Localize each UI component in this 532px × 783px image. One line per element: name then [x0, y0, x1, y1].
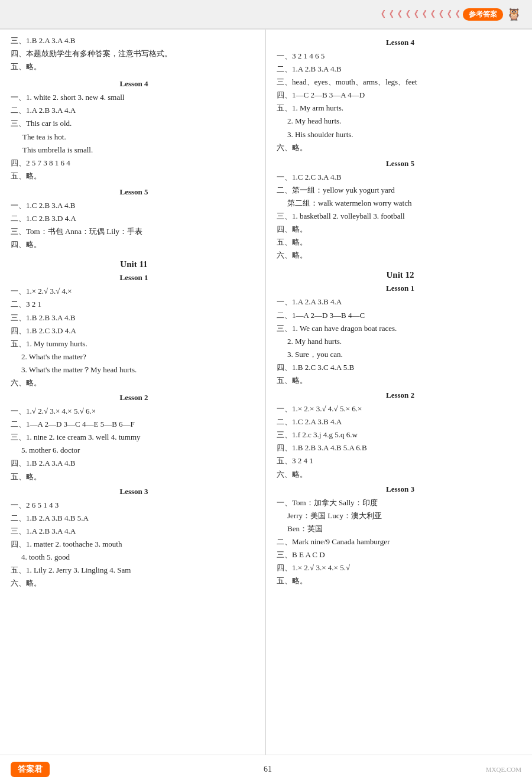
right-lesson4-line3: 四、1—C 2—B 3—A 4—D — [277, 89, 524, 102]
left-u11-l3-line4: 4. tooth 5. good — [21, 551, 257, 564]
left-lesson4-line5: 四、2 5 7 3 8 1 6 4 — [11, 157, 257, 170]
right-u12-l3-line0: 一、Tom：加拿大 Sally：印度 — [277, 496, 524, 509]
right-u12-lesson2: Lesson 2 一、1.× 2.× 3.√ 4.√ 5.× 6.× 二、1.C… — [277, 391, 524, 481]
right-u12-l3-line1: Jerry：美国 Lucy：澳大利亚 — [287, 509, 524, 522]
left-u11-l3-line0: 一、2 6 5 1 4 3 — [11, 499, 257, 512]
right-lesson4-line2: 三、head、eyes、mouth、arms、legs、feet — [277, 76, 524, 89]
right-u12-lesson1-title: Lesson 1 — [277, 284, 524, 293]
unit12-title: Unit 12 — [277, 270, 524, 280]
unit11-title: Unit 11 — [11, 259, 257, 269]
right-u12-lesson3: Lesson 3 一、Tom：加拿大 Sally：印度 Jerry：美国 Luc… — [277, 485, 524, 588]
right-lesson4-line1: 二、1.A 2.B 3.A 4.B — [277, 63, 524, 76]
right-u12-l3-line3: 二、Mark nine/9 Canada hamburger — [277, 535, 524, 548]
left-u11-lesson2: Lesson 2 一、1.√ 2.√ 3.× 4.× 5.√ 6.× 二、1—A… — [11, 393, 257, 483]
left-lesson5-line2: 三、Tom：书包 Anna：玩偶 Lily：手表 — [11, 225, 257, 238]
left-u11-l1-line7: 六、略。 — [11, 376, 257, 389]
left-u11-lesson1: Lesson 1 一、1.× 2.√ 3.√ 4.× 二、3 2 1 三、1.B… — [11, 273, 257, 389]
left-lesson4: Lesson 4 一、1. white 2. short 3. new 4. s… — [11, 79, 257, 183]
right-u12-l1-line4: 3. Sure，you can. — [287, 348, 524, 361]
right-lesson5-line1: 二、第一组：yellow yuk yogurt yard — [277, 184, 524, 197]
left-lesson4-line0: 一、1. white 2. short 3. new 4. small — [11, 91, 257, 104]
right-lesson5-title: Lesson 5 — [277, 159, 524, 168]
footer-logo: 答案君 — [11, 762, 50, 777]
right-lesson5: Lesson 5 一、1.C 2.C 3.A 4.B 二、第一组：yellow … — [277, 159, 524, 262]
right-lesson4-line6: 3. His shoulder hurts. — [287, 128, 524, 141]
left-u11-l3-line2: 三、1.A 2.B 3.A 4.A — [11, 525, 257, 538]
left-lesson5-line3: 四、略。 — [11, 238, 257, 251]
right-lesson5-line0: 一、1.C 2.C 3.A 4.B — [277, 171, 524, 184]
left-u11-l3-line1: 二、1.B 2.A 3.B 4.B 5.A — [11, 512, 257, 525]
right-u12-l1-line6: 五、略。 — [277, 374, 524, 387]
footer-watermark: MXQE.COM — [486, 766, 521, 773]
left-u11-l1-line3: 四、1.B 2.C 3.D 4.A — [11, 324, 257, 337]
right-lesson4-line4: 五、1. My arm hurts. — [277, 102, 524, 115]
top-left-lines: 三、1.B 2.A 3.A 4.B 四、本题鼓励学生有多种答案，注意书写格式。 … — [11, 34, 257, 73]
left-lesson5-line0: 一、1.C 2.B 3.A 4.B — [11, 199, 257, 212]
left-u11-lesson2-title: Lesson 2 — [11, 393, 257, 402]
right-lesson5-line3: 三、1. basketball 2. volleyball 3. footbal… — [277, 210, 524, 223]
left-u11-l2-line1: 二、1—A 2—D 3—C 4—E 5—B 6—F — [11, 418, 257, 431]
right-u12-l2-line4: 五、3 2 4 1 — [277, 454, 524, 467]
right-u12-l2-line5: 六、略。 — [277, 468, 524, 481]
left-u11-l3-line5: 五、1. Lily 2. Jerry 3. Lingling 4. Sam — [11, 564, 257, 577]
left-lesson4-line3: The tea is hot. — [22, 131, 257, 144]
top-line-1: 三、1.B 2.A 3.A 4.B — [11, 34, 257, 47]
right-u12-l1-line5: 四、1.B 2.C 3.C 4.A 5.B — [277, 361, 524, 374]
left-lesson4-line1: 二、1.A 2.B 3.A 4.A — [11, 104, 257, 117]
right-u12-l3-line6: 五、略。 — [277, 574, 524, 587]
right-u12-l1-line0: 一、1.A 2.A 3.B 4.A — [277, 295, 524, 308]
page-number: 61 — [264, 765, 272, 774]
chevrons-icon: 《《《《《《《《《《 — [377, 9, 459, 20]
left-u11-l2-line0: 一、1.√ 2.√ 3.× 4.× 5.√ 6.× — [11, 405, 257, 418]
left-lesson4-line6: 五、略。 — [11, 170, 257, 183]
right-lesson5-line4: 四、略。 — [277, 223, 524, 236]
left-lesson5-title: Lesson 5 — [11, 187, 257, 197]
answer-badge: 参考答案 — [463, 8, 503, 21]
right-u12-l1-line1: 二、1—A 2—D 3—B 4—C — [277, 309, 524, 322]
footer: 答案君 61 MXQE.COM — [0, 755, 532, 783]
left-u11-lesson1-title: Lesson 1 — [11, 273, 257, 282]
right-u12-lesson2-title: Lesson 2 — [277, 391, 524, 400]
left-u11-l1-line0: 一、1.× 2.√ 3.√ 4.× — [11, 285, 257, 298]
left-lesson4-title: Lesson 4 — [11, 79, 257, 89]
right-u12-l3-line4: 三、B E A C D — [277, 548, 524, 561]
left-u11-lesson3-title: Lesson 3 — [11, 487, 257, 496]
left-u11-l3-line6: 六、略。 — [11, 577, 257, 590]
right-lesson4-line0: 一、3 2 1 4 6 5 — [277, 50, 524, 63]
left-lesson5-line1: 二、1.C 2.B 3.D 4.A — [11, 212, 257, 225]
right-lesson5-line6: 六、略。 — [277, 249, 524, 262]
right-u12-l2-line3: 四、1.B 2.B 3.A 4.B 5.A 6.B — [277, 441, 524, 454]
left-u11-l2-line3: 5. mother 6. doctor — [21, 444, 257, 457]
right-u12-l2-line1: 二、1.C 2.A 3.B 4.A — [277, 415, 524, 428]
top-line-2: 四、本题鼓励学生有多种答案，注意书写格式。 — [11, 47, 257, 60]
right-lesson5-line2: 第二组：walk watermelon worry watch — [287, 197, 524, 210]
left-lesson4-line2: 三、This car is old. — [11, 117, 257, 130]
right-u12-l3-line2: Ben：英国 — [287, 522, 524, 535]
right-u12-l1-line2: 三、1. We can have dragon boat races. — [277, 322, 524, 335]
left-lesson4-line4: This umbrella is small. — [22, 144, 257, 157]
right-u12-l2-line2: 三、1.f 2.c 3.j 4.g 5.q 6.w — [277, 428, 524, 441]
left-u11-l2-line5: 五、略。 — [11, 470, 257, 483]
left-u11-l2-line2: 三、1. nine 2. ice cream 3. well 4. tummy — [11, 431, 257, 444]
right-u12-l2-line0: 一、1.× 2.× 3.√ 4.√ 5.× 6.× — [277, 402, 524, 415]
right-lesson4-line5: 2. My head hurts. — [287, 115, 524, 128]
left-u11-l3-line3: 四、1. matter 2. toothache 3. mouth — [11, 538, 257, 551]
header-bar: 《《《《《《《《《《 参考答案 🦉 — [0, 0, 532, 30]
right-lesson4-title: Lesson 4 — [277, 38, 524, 47]
right-u12-l1-line3: 2. My hand hurts. — [287, 335, 524, 348]
left-lesson5: Lesson 5 一、1.C 2.B 3.A 4.B 二、1.C 2.B 3.D… — [11, 187, 257, 251]
left-column: 三、1.B 2.A 3.A 4.B 四、本题鼓励学生有多种答案，注意书写格式。 … — [0, 30, 266, 756]
top-line-3: 五、略。 — [11, 60, 257, 73]
right-u12-l3-line5: 四、1.× 2.√ 3.× 4.× 5.√ — [277, 561, 524, 574]
content-area: 三、1.B 2.A 3.A 4.B 四、本题鼓励学生有多种答案，注意书写格式。 … — [0, 30, 532, 756]
left-u11-l1-line4: 五、1. My tummy hurts. — [11, 337, 257, 350]
right-lesson4-line7: 六、略。 — [277, 141, 524, 154]
right-column: Lesson 4 一、3 2 1 4 6 5 二、1.A 2.B 3.A 4.B… — [266, 30, 532, 756]
left-u11-l1-line6: 3. What's the matter？My head hurts. — [21, 363, 257, 376]
left-u11-l1-line5: 2. What's the matter? — [21, 350, 257, 363]
right-u12-lesson3-title: Lesson 3 — [277, 485, 524, 494]
right-u12-lesson1: Lesson 1 一、1.A 2.A 3.B 4.A 二、1—A 2—D 3—B… — [277, 284, 524, 387]
left-u11-lesson3: Lesson 3 一、2 6 5 1 4 3 二、1.B 2.A 3.B 4.B… — [11, 487, 257, 590]
right-lesson5-line5: 五、略。 — [277, 236, 524, 249]
left-u11-l1-line2: 三、1.B 2.B 3.A 4.B — [11, 311, 257, 324]
